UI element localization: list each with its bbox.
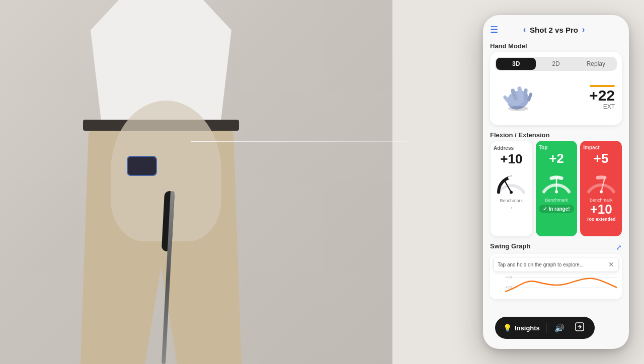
graph-hint-banner: Tap and hold on the graph to explore... … xyxy=(493,257,619,272)
insights-button[interactable]: 💡 Insights xyxy=(503,324,540,332)
top-gauge-svg xyxy=(539,168,574,196)
hint-text: Tap and hold on the graph to explore... xyxy=(498,262,584,267)
connecting-line xyxy=(191,141,408,142)
sound-button[interactable]: 🔊 xyxy=(552,321,567,335)
background-area xyxy=(0,0,392,364)
top-gauge xyxy=(539,168,574,196)
ext-label: EXT xyxy=(589,103,615,110)
nav-title-area: ‹ Shot 2 vs Pro › xyxy=(523,25,585,34)
impact-bottom-value: +10 xyxy=(590,203,612,216)
nav-title: Shot 2 vs Pro xyxy=(530,26,578,34)
too-extended-text: Too extended xyxy=(587,217,616,222)
address-gauge xyxy=(494,168,529,196)
flex-ext-label: Flexion / Extension xyxy=(490,131,622,139)
impact-gauge xyxy=(584,168,619,196)
sound-icon: 🔊 xyxy=(554,323,565,333)
in-range-badge: ✓ In range! xyxy=(539,205,574,213)
address-card: Address +10 xyxy=(490,141,533,236)
address-bottom: - xyxy=(511,204,513,210)
impact-card-label: Impact xyxy=(583,145,599,150)
hand-model-label: Hand Model xyxy=(490,42,622,50)
ext-value: +22 xyxy=(589,88,615,103)
tab-bar: 3D 2D Replay xyxy=(495,57,617,71)
bulb-icon: 💡 xyxy=(503,324,512,332)
tab-replay[interactable]: Replay xyxy=(576,58,616,70)
svg-point-13 xyxy=(600,190,603,193)
address-benchmark-label: Benchmark xyxy=(500,198,523,203)
nav-prev-button[interactable]: ‹ xyxy=(523,25,526,34)
bottom-toolbar: 💡 Insights 🔊 xyxy=(495,317,595,339)
expand-icon[interactable]: ⤢ xyxy=(616,243,622,251)
phone-header: ☰ ‹ Shot 2 vs Pro › xyxy=(490,23,622,36)
metric-cards: Address +10 xyxy=(490,141,622,236)
svg-point-7 xyxy=(508,106,528,111)
hint-close-button[interactable]: ✕ xyxy=(608,260,614,268)
top-value: +2 xyxy=(549,151,564,166)
impact-value: +5 xyxy=(594,151,609,166)
swing-graph-header: Swing Graph ⤢ xyxy=(490,242,622,252)
share-button[interactable] xyxy=(573,321,587,335)
hand-3d-visual xyxy=(497,77,537,118)
top-card: Top +2 Benchmark xyxy=(536,141,578,236)
flex-ext-section: Flexion / Extension Address +10 xyxy=(490,131,622,236)
checkmark-icon: ✓ xyxy=(543,206,547,212)
hand-model-content: +22 EXT xyxy=(495,75,617,120)
insights-label: Insights xyxy=(515,324,540,332)
swing-graph-section: Swing Graph ⤢ Tap and hold on the graph … xyxy=(490,242,622,299)
tab-3d[interactable]: 3D xyxy=(496,58,536,70)
hand-model-card: 3D 2D Replay xyxy=(490,52,622,125)
in-range-text: In range! xyxy=(548,206,570,212)
address-gauge-svg xyxy=(494,168,529,196)
swing-graph-label: Swing Graph xyxy=(490,242,530,250)
swing-graph-svg xyxy=(505,274,617,294)
ext-badge: +22 EXT xyxy=(589,85,615,110)
top-card-label: Top xyxy=(539,145,548,150)
menu-icon[interactable]: ☰ xyxy=(490,25,498,34)
address-card-label: Address xyxy=(494,145,514,151)
share-icon xyxy=(575,322,584,333)
impact-card: Impact +5 Benchmark +10 xyxy=(580,141,622,236)
top-benchmark-label: Benchmark xyxy=(545,198,568,203)
phone-mockup: ☰ ‹ Shot 2 vs Pro › Hand Model 3D 2D Rep… xyxy=(483,15,629,349)
nav-next-button[interactable]: › xyxy=(582,25,585,34)
impact-gauge-svg xyxy=(584,168,619,196)
wrist-device xyxy=(127,156,157,176)
hand-svg xyxy=(497,77,537,118)
swing-graph-card[interactable]: Tap and hold on the graph to explore... … xyxy=(490,254,622,299)
golfer-figure xyxy=(50,0,312,364)
svg-point-11 xyxy=(555,190,558,193)
toolbar-divider xyxy=(546,323,546,333)
address-value: +10 xyxy=(500,152,522,166)
hand-model-section: Hand Model 3D 2D Replay xyxy=(490,42,622,125)
tab-2d[interactable]: 2D xyxy=(536,58,576,70)
